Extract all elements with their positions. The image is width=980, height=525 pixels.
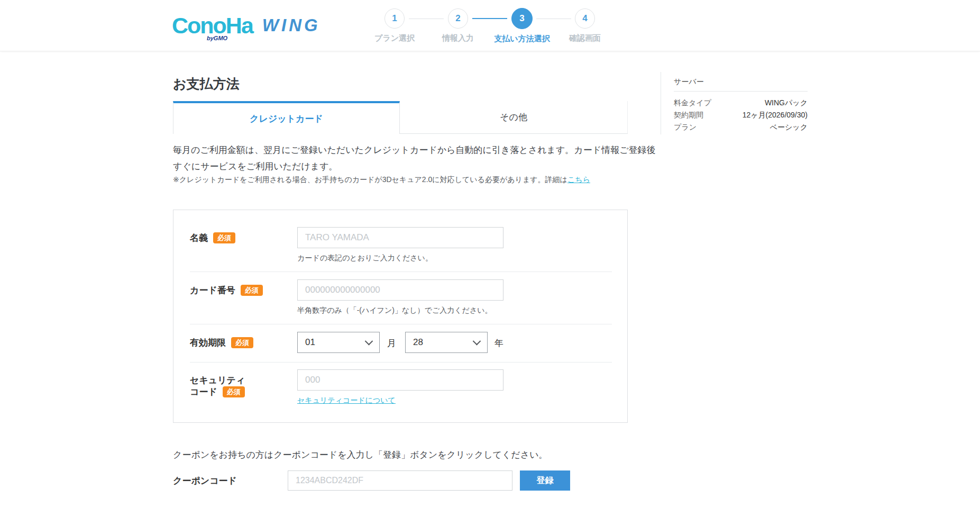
summary-label: 料金タイプ bbox=[674, 97, 711, 109]
page: ConoHa byGMO WING 1 プラン選択 2 情報入力 3 支払い方法… bbox=[0, 0, 980, 525]
expiry-year-unit: 年 bbox=[494, 337, 503, 349]
summary-row-price-type: 料金タイプ WINGパック bbox=[674, 97, 808, 109]
security-code-label-line2: コード 必須 bbox=[190, 386, 245, 398]
name-hint: カードの表記のとおりご入力ください。 bbox=[297, 254, 433, 263]
step-label: 情報入力 bbox=[442, 33, 474, 43]
3d-secure-note: ※クレジットカードをご利用される場合、お手持ちのカードが3Dセキュア2.0に対応… bbox=[173, 175, 590, 185]
step-circle-1: 1 bbox=[384, 8, 405, 29]
card-number-field-label: カード番号 必須 bbox=[190, 284, 263, 296]
step-info-input: 2 情報入力 bbox=[426, 8, 490, 43]
step-number: 1 bbox=[392, 13, 397, 24]
step-confirm: 4 確認画面 bbox=[553, 8, 617, 43]
card-number-label-text: カード番号 bbox=[190, 284, 235, 296]
sidebar-title: サーバー bbox=[674, 77, 704, 87]
security-code-label-text2: コード bbox=[190, 386, 217, 398]
summary-row-plan: プラン ベーシック bbox=[674, 121, 808, 133]
required-badge: 必須 bbox=[231, 337, 253, 348]
expiry-field-label: 有効期限 必須 bbox=[190, 337, 253, 349]
sidebar-left-divider bbox=[661, 72, 661, 134]
name-field-label: 名義 必須 bbox=[190, 232, 235, 244]
step-number: 3 bbox=[519, 13, 524, 24]
required-badge: 必須 bbox=[241, 285, 263, 296]
step-number: 2 bbox=[455, 13, 460, 24]
expiry-month-select[interactable]: 01 bbox=[297, 332, 380, 353]
payment-method-tabs: クレジットカード その他 bbox=[173, 101, 628, 134]
summary-label: 契約期間 bbox=[674, 109, 703, 121]
expiry-month-value: 01 bbox=[305, 337, 315, 348]
note-text: ※クレジットカードをご利用される場合、お手持ちのカードが3Dセキュア2.0に対応… bbox=[173, 175, 567, 184]
coupon-code-label: クーポンコード bbox=[173, 475, 237, 487]
expiry-year-value: 28 bbox=[413, 337, 423, 348]
name-label-text: 名義 bbox=[190, 232, 208, 244]
step-label: プラン選択 bbox=[374, 33, 415, 43]
sidebar-title-divider bbox=[674, 91, 808, 92]
summary-row-contract-period: 契約期間 12ヶ月(2026/09/30) bbox=[674, 109, 808, 121]
step-plan-select: 1 プラン選択 bbox=[363, 8, 426, 43]
top-header: ConoHa byGMO WING 1 プラン選択 2 情報入力 3 支払い方法… bbox=[0, 0, 980, 51]
server-summary: 料金タイプ WINGパック 契約期間 12ヶ月(2026/09/30) プラン … bbox=[674, 97, 808, 133]
card-holder-name-input[interactable] bbox=[297, 227, 503, 248]
coupon-register-button[interactable]: 登録 bbox=[520, 470, 570, 491]
security-code-input[interactable] bbox=[297, 369, 503, 391]
summary-label: プラン bbox=[674, 121, 697, 133]
coupon-code-input[interactable] bbox=[288, 470, 512, 491]
credit-card-description-line1: 毎月のご利用金額は、翌月にご登録いただいたクレジットカードから自動的に引き落とさ… bbox=[173, 142, 656, 158]
expiry-year-select[interactable]: 28 bbox=[405, 332, 488, 353]
field-divider bbox=[190, 324, 612, 324]
page-title: お支払方法 bbox=[173, 75, 240, 93]
step-label: 確認画面 bbox=[569, 33, 601, 43]
credit-card-form: 名義 必須 カードの表記のとおりご入力ください。 カード番号 必須 半角数字のみ… bbox=[173, 210, 628, 423]
summary-value: ベーシック bbox=[770, 121, 808, 133]
logo-bygmo-text: byGMO bbox=[207, 35, 227, 41]
step-circle-4: 4 bbox=[575, 8, 595, 29]
expiry-label-text: 有効期限 bbox=[190, 337, 226, 349]
step-label: 支払い方法選択 bbox=[494, 34, 549, 44]
step-circle-2: 2 bbox=[448, 8, 468, 29]
tab-label: クレジットカード bbox=[250, 113, 323, 125]
field-divider bbox=[190, 271, 612, 272]
card-number-hint: 半角数字のみ（「-(ハイフン)」なし）でご入力ください。 bbox=[297, 306, 492, 315]
step-payment-method: 3 支払い方法選択 bbox=[490, 8, 554, 44]
security-code-about-link[interactable]: セキュリティコードについて bbox=[297, 396, 396, 405]
step-circle-3: 3 bbox=[511, 8, 533, 29]
expiry-month-unit: 月 bbox=[387, 337, 396, 349]
required-badge: 必須 bbox=[213, 232, 235, 243]
card-number-input[interactable] bbox=[297, 279, 503, 301]
logo-conoha-text: ConoHa bbox=[172, 14, 253, 37]
step-number: 4 bbox=[582, 13, 587, 24]
tab-other[interactable]: その他 bbox=[400, 101, 628, 134]
field-divider bbox=[190, 362, 612, 363]
security-code-label-line1: セキュリティ bbox=[190, 374, 245, 386]
required-badge: 必須 bbox=[223, 386, 245, 397]
conoha-wing-logo[interactable]: ConoHa byGMO WING bbox=[172, 11, 320, 40]
logo-wing-text: WING bbox=[262, 15, 320, 35]
chevron-down-icon bbox=[473, 337, 481, 345]
tab-label: その他 bbox=[500, 111, 527, 123]
chevron-down-icon bbox=[365, 337, 373, 345]
security-code-label-text1: セキュリティ bbox=[190, 374, 245, 386]
credit-card-description-line2: すぐにサービスをご利用いただけます。 bbox=[173, 158, 338, 175]
tab-credit-card[interactable]: クレジットカード bbox=[173, 101, 400, 134]
coupon-instruction: クーポンをお持ちの方はクーポンコードを入力し「登録」ボタンをクリックしてください… bbox=[173, 449, 548, 461]
note-details-link[interactable]: こちら bbox=[567, 175, 590, 184]
summary-value: 12ヶ月(2026/09/30) bbox=[743, 109, 808, 121]
summary-value: WINGパック bbox=[765, 97, 808, 109]
